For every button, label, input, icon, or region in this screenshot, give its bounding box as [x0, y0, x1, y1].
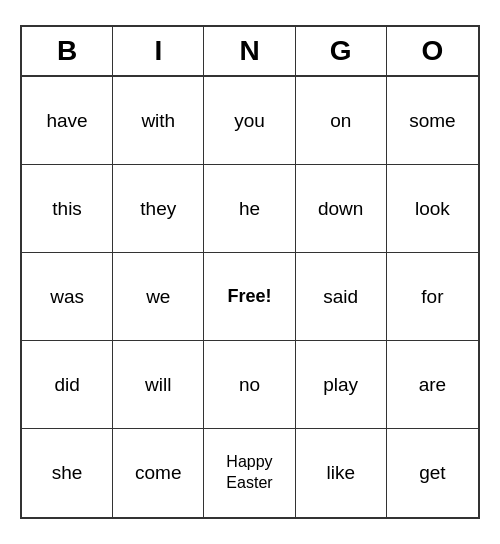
bingo-cell: have — [22, 77, 113, 165]
bingo-cell: play — [296, 341, 387, 429]
header-cell: G — [296, 27, 387, 75]
bingo-cell: was — [22, 253, 113, 341]
header-cell: B — [22, 27, 113, 75]
bingo-grid: havewithyouonsomethistheyhedownlookwaswe… — [22, 77, 478, 517]
bingo-cell: come — [113, 429, 204, 517]
bingo-cell: HappyEaster — [204, 429, 295, 517]
bingo-cell: get — [387, 429, 478, 517]
bingo-cell: for — [387, 253, 478, 341]
bingo-header: BINGO — [22, 27, 478, 77]
bingo-cell: this — [22, 165, 113, 253]
bingo-cell: he — [204, 165, 295, 253]
bingo-cell: with — [113, 77, 204, 165]
bingo-cell: Free! — [204, 253, 295, 341]
bingo-cell: did — [22, 341, 113, 429]
bingo-cell: will — [113, 341, 204, 429]
bingo-cell: are — [387, 341, 478, 429]
bingo-cell: no — [204, 341, 295, 429]
bingo-cell: she — [22, 429, 113, 517]
bingo-cell: said — [296, 253, 387, 341]
bingo-cell: some — [387, 77, 478, 165]
bingo-cell: on — [296, 77, 387, 165]
bingo-cell: they — [113, 165, 204, 253]
header-cell: N — [204, 27, 295, 75]
bingo-cell: down — [296, 165, 387, 253]
bingo-cell: like — [296, 429, 387, 517]
header-cell: I — [113, 27, 204, 75]
bingo-cell: we — [113, 253, 204, 341]
bingo-card: BINGO havewithyouonsomethistheyhedownloo… — [20, 25, 480, 519]
bingo-cell: look — [387, 165, 478, 253]
bingo-cell: you — [204, 77, 295, 165]
header-cell: O — [387, 27, 478, 75]
